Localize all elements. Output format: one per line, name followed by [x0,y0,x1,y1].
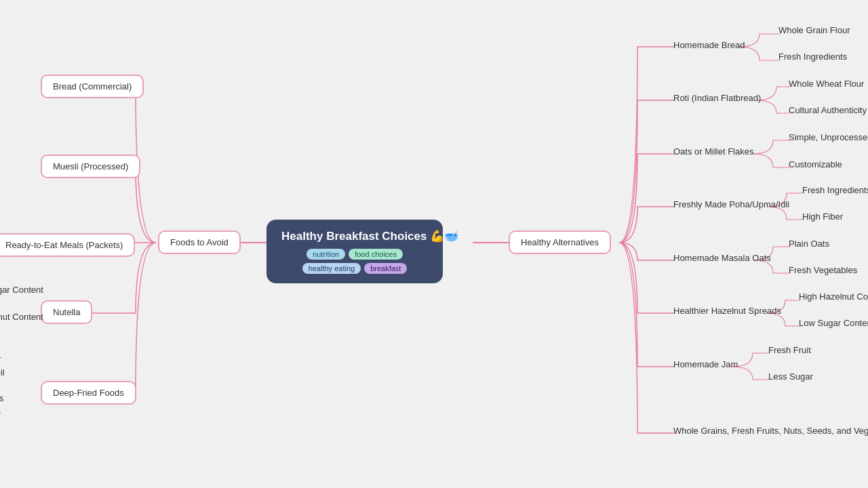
high-hazelnut-leaf: High Hazelnut Content [799,291,868,302]
homemade-bread-node: Homemade Bread [673,39,745,51]
fresh-vegetables-leaf: Fresh Vegetables [789,265,857,275]
masala-oats-node: Homemade Masala Oats [673,251,771,264]
fried-attr1: lour [0,354,1,364]
whole-grains-node: Whole Grains, Fresh Fruits, Nuts, Seeds,… [673,424,868,436]
low-sugar-leaf: Low Sugar Content [799,318,868,328]
fried-attr2: e Oil [0,367,5,378]
center-node: Healthy Breakfast Choices 💪🥣 nutrition f… [267,220,443,283]
oats-millet-node: Oats or Millet Flakes [673,145,753,157]
less-sugar-leaf: Less Sugar [768,371,813,382]
deep-fried-node: Deep-Fried Foods [41,381,136,405]
left-branch-node[interactable]: Foods to Avoid [158,230,241,254]
homemade-jam-node: Homemade Jam [673,358,738,370]
right-branch-node[interactable]: Healthy Alternatives [509,230,611,254]
nutella-attr2: zelnut Content [0,312,43,322]
bread-commercial-node: Bread (Commercial) [41,75,144,98]
simple-unprocessed-leaf: Simple, Unprocessed [789,132,868,142]
hazelnut-spreads-node: Healthier Hazelnut Spreads [673,304,781,317]
nutella-node: Nutella [41,300,92,324]
poha-node: Freshly Made Poha/Upma/Idli [673,198,789,210]
high-fiber-leaf: High Fiber [802,211,843,222]
fried-attr4: des [0,407,1,417]
tag-food: food choices [349,249,403,260]
center-title: Healthy Breakfast Choices 💪🥣 [281,229,428,243]
muesli-node: Muesli (Processed) [41,155,140,178]
fresh-fruit-leaf: Fresh Fruit [768,345,811,355]
ready-to-eat-node: Ready-to-Eat Meals (Packets) [0,233,135,257]
plain-oats-leaf: Plain Oats [789,239,829,249]
customizable-leaf: Customizable [789,159,842,169]
center-tags: nutrition food choices healthy eating br… [281,249,428,274]
roti-node: Roti (Indian Flatbread) [673,92,761,104]
fresh-ingredients-leaf1: Fresh Ingredients [778,52,847,62]
whole-wheat-flour-leaf: Whole Wheat Flour [789,79,864,89]
fried-attr3: Fats [0,393,3,403]
nutella-attr1: Sugar Content [0,285,43,295]
cultural-authenticity-leaf: Cultural Authenticity [789,105,867,115]
tag-breakfast: breakfast [364,263,407,274]
tag-healthy: healthy eating [302,263,361,274]
whole-grain-flour-leaf: Whole Grain Flour [778,25,850,35]
fresh-ingredients-leaf2: Fresh Ingredients [802,185,868,195]
tag-nutrition: nutrition [307,249,345,260]
